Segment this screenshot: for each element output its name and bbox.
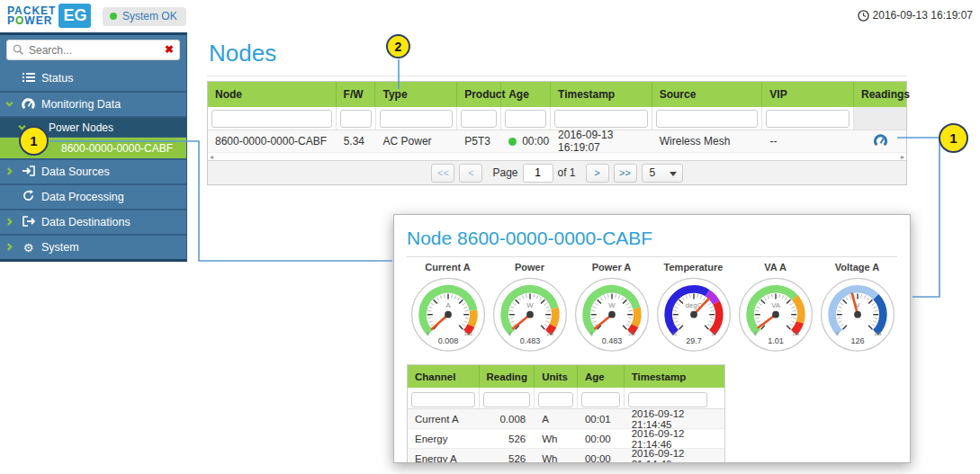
filter-age-input[interactable] (581, 392, 620, 407)
system-status-badge[interactable]: System OK (103, 7, 186, 26)
sidebar-item-system[interactable]: ⚙ System (0, 234, 186, 259)
chevron-down-icon (5, 98, 13, 111)
status-ok-dot-icon (110, 13, 117, 20)
filter-units-input[interactable] (538, 392, 573, 407)
pagination-bar: << < Page of 1 > >> 5 (208, 160, 906, 184)
col-header-timestamp[interactable]: Timestamp (551, 82, 652, 107)
col-header-age[interactable]: Age (501, 82, 551, 107)
subitem-label: Power Nodes (49, 121, 113, 134)
sidebar-search-row: ✖ (0, 35, 186, 66)
filter-age-input[interactable] (505, 110, 546, 128)
age-status-dot (508, 138, 517, 146)
gauge-current-a: Current AA038.50.008 (407, 261, 489, 355)
page-size-select[interactable]: 5 (642, 164, 683, 183)
sidebar-item-label: Data Destinations (41, 216, 130, 228)
filter-node-input[interactable] (211, 110, 332, 128)
gauge-label: Current A (407, 261, 489, 274)
cell-age: 00:00 (501, 130, 551, 152)
filter-type-input[interactable] (380, 110, 454, 128)
sidebar-item-data-destinations[interactable]: Data Destinations (0, 209, 186, 234)
search-input[interactable] (29, 44, 159, 57)
filter-fw-input[interactable] (340, 110, 372, 128)
nodes-table-header: Node F/W Type Product Age Timestamp Sour… (208, 82, 906, 107)
sidebar-item-label: Monitoring Data (41, 98, 121, 111)
refresh-icon (22, 190, 35, 204)
col-header-reading[interactable]: Reading (480, 365, 535, 388)
gauge-row: Current AA038.50.008PowerW029k0.483Power… (407, 261, 897, 355)
filter-channel-input[interactable] (411, 392, 475, 407)
sign-out-icon (22, 216, 35, 229)
table-row[interactable]: 8600-0000-0000-CABF 5.34 AC Power P5T3 0… (208, 130, 906, 153)
last-page-button[interactable]: >> (614, 164, 637, 183)
readings-gauge-icon[interactable] (874, 134, 887, 148)
col-header-node[interactable]: Node (208, 82, 337, 107)
cell-fw: 5.34 (337, 130, 376, 152)
gauge-label: Voltage A (816, 261, 898, 274)
col-header-type[interactable]: Type (375, 82, 457, 107)
col-header-timestamp[interactable]: Timestamp (625, 365, 724, 388)
filter-source-input[interactable] (656, 110, 759, 128)
filter-product-input[interactable] (461, 110, 497, 128)
gauge-dial: V0283126 (819, 274, 896, 352)
filter-reading-input[interactable] (483, 392, 531, 407)
packet-power-logo: PACKET POWER EG (7, 4, 91, 28)
nodes-filter-row (208, 107, 906, 130)
cell-units: Wh (535, 449, 578, 463)
col-header-source[interactable]: Source (652, 82, 763, 107)
col-header-product[interactable]: Product (457, 82, 501, 107)
sidebar-item-label: Data Processing (41, 191, 124, 203)
gauge-dial: W029k0.483 (573, 274, 651, 352)
prev-page-button[interactable]: < (459, 164, 482, 183)
nodes-table: Node F/W Type Product Age Timestamp Sour… (207, 81, 907, 185)
system-status-label: System OK (122, 10, 177, 22)
table-row[interactable]: Energy 526 Wh 00:00 2016-09-12 21:14:46 (408, 429, 724, 449)
sidebar-item-data-sources[interactable]: Data Sources (0, 158, 186, 183)
col-header-readings[interactable]: Readings (854, 82, 906, 107)
col-header-channel[interactable]: Channel (408, 365, 480, 388)
page-number-input[interactable] (523, 164, 553, 183)
annotation-circle-1-readings: 1 (939, 123, 968, 153)
chevron-right-icon (5, 165, 13, 178)
cell-reading: 526 (480, 429, 535, 448)
sidebar-item-monitoring-data[interactable]: Monitoring Data (0, 91, 186, 116)
table-row[interactable]: Energy A 526 Wh 00:00 2016-09-12 21:14:4… (408, 449, 724, 463)
col-header-units[interactable]: Units (535, 365, 578, 388)
gauge-temperature: TemperaturedegC-105029.7 (652, 261, 734, 355)
scroll-left-icon[interactable]: ◂ (210, 153, 213, 161)
page-label: Page (492, 166, 517, 179)
filter-vip-input[interactable] (766, 110, 850, 128)
svg-text:0.483: 0.483 (519, 336, 540, 345)
filter-timestamp-input[interactable] (628, 392, 707, 407)
svg-text:50: 50 (711, 332, 716, 336)
scroll-right-icon[interactable]: ▸ (901, 153, 904, 161)
logo-line2: POWER (7, 16, 56, 26)
cell-vip: -- (762, 130, 854, 152)
filter-timestamp-input[interactable] (554, 110, 648, 128)
svg-text:126: 126 (850, 336, 864, 345)
sidebar-item-data-processing[interactable]: Data Processing (0, 183, 186, 209)
first-page-button[interactable]: << (431, 164, 454, 183)
cell-reading: 0.008 (480, 409, 535, 428)
sidebar-item-status[interactable]: Status (0, 66, 186, 91)
table-row[interactable]: Current A 0.008 A 00:01 2016-09-12 21:14… (408, 409, 724, 429)
table-hscrollbar[interactable]: ◂ ▸ (208, 153, 906, 160)
svg-text:29k: 29k (628, 332, 635, 336)
svg-text:0: 0 (427, 332, 429, 336)
svg-text:29.7: 29.7 (686, 336, 702, 345)
page-size-value: 5 (650, 166, 656, 179)
next-page-button[interactable]: > (586, 164, 609, 183)
logo-green-o: O (15, 14, 24, 27)
search-clear-icon[interactable]: ✖ (165, 43, 174, 56)
gauge-dial: A038.50.008 (409, 274, 487, 352)
list-icon (22, 72, 35, 85)
cell-node: 8600-0000-0000-CABF (208, 130, 337, 152)
col-header-vip[interactable]: VIP (762, 82, 854, 107)
gauge-label: VA A (734, 261, 816, 274)
col-header-fw[interactable]: F/W (337, 82, 376, 107)
selected-node-label: 8600-0000-0000-CABF (61, 142, 173, 155)
gauge-label: Temperature (652, 261, 734, 274)
col-header-age[interactable]: Age (578, 365, 625, 388)
cell-product: P5T3 (457, 130, 501, 152)
search-box: ✖ (6, 40, 180, 60)
sidebar-item-label: Data Sources (41, 165, 110, 178)
